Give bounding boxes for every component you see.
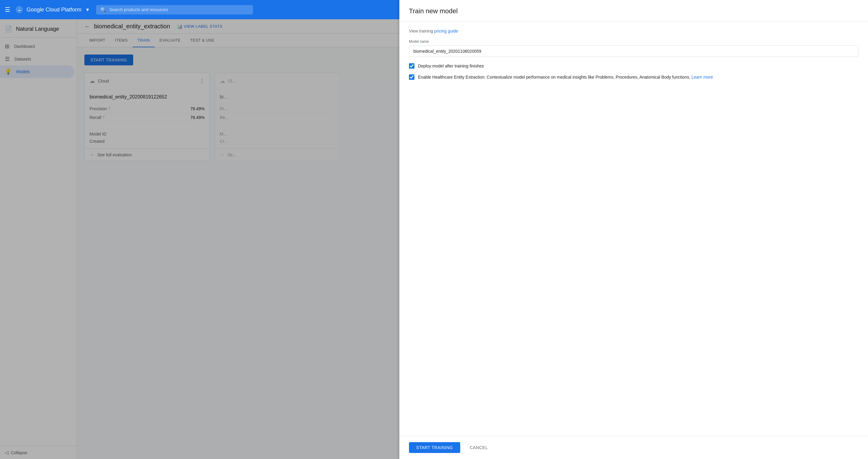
healthcare-checkbox-row: Enable Healthcare Entity Extraction: Con… — [409, 74, 858, 80]
model-name-input[interactable] — [409, 45, 858, 57]
panel-title: Train new model — [409, 7, 858, 15]
healthcare-rest-label: Contextualize model performance on medic… — [487, 75, 690, 79]
healthcare-checkbox-label: Enable Healthcare Entity Extraction: Con… — [418, 74, 713, 80]
panel-footer: START TRAINING CANCEL — [399, 436, 868, 459]
gcp-logo-icon: ☁ — [15, 5, 24, 14]
search-input[interactable] — [110, 7, 249, 12]
panel-start-training-button[interactable]: START TRAINING — [409, 442, 460, 453]
pricing-row: View training pricing guide — [409, 29, 858, 33]
panel-body: View training pricing guide Model name D… — [399, 21, 868, 436]
pricing-guide-link[interactable]: pricing guide — [434, 29, 458, 33]
menu-icon[interactable]: ☰ — [5, 6, 10, 13]
panel-header: Train new model — [399, 0, 868, 21]
model-name-form-group: Model name — [409, 39, 858, 57]
healthcare-checkbox[interactable] — [409, 74, 414, 80]
panel-cancel-button[interactable]: CANCEL — [465, 442, 493, 453]
pricing-text: View training — [409, 29, 433, 33]
learn-more-link[interactable]: Learn more — [691, 75, 713, 79]
model-name-label: Model name — [409, 39, 858, 44]
search-icon: 🔍 — [100, 7, 106, 13]
app-name-label: Google Cloud Platform — [27, 7, 82, 13]
app-logo: ☁ Google Cloud Platform ▾ — [15, 5, 89, 14]
healthcare-bold-label: Enable Healthcare Entity Extraction: — [418, 75, 486, 79]
deploy-checkbox[interactable] — [409, 63, 414, 69]
train-model-panel: Train new model View training pricing gu… — [399, 0, 868, 459]
deploy-checkbox-row: Deploy model after training finishes — [409, 63, 858, 69]
project-dropdown[interactable]: ▾ — [86, 6, 89, 13]
svg-text:☁: ☁ — [18, 9, 21, 11]
search-bar[interactable]: 🔍 — [96, 5, 253, 14]
deploy-checkbox-label: Deploy model after training finishes — [418, 63, 484, 69]
